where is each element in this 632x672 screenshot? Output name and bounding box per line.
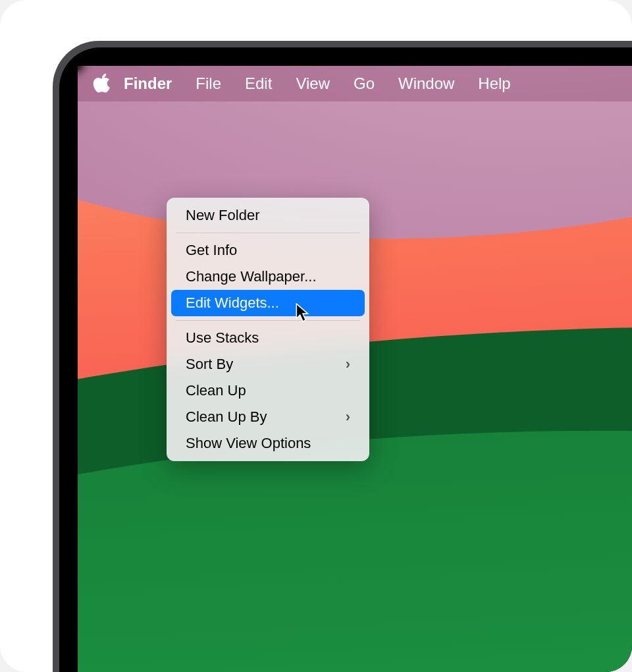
ctx-item-show-view-options[interactable]: Show View Options	[171, 430, 365, 457]
device-frame: Finder File Edit View Go Window Help New…	[53, 41, 632, 672]
ctx-separator	[176, 233, 360, 233]
menubar-app-name[interactable]: Finder	[124, 66, 184, 101]
desktop-context-menu: New Folder Get Info Change Wallpaper... …	[167, 198, 369, 461]
menubar-item-file[interactable]: File	[184, 66, 233, 101]
ctx-item-label: Clean Up By	[186, 408, 267, 426]
ctx-item-label: Edit Widgets...	[186, 294, 279, 312]
ctx-item-label: Sort By	[186, 356, 233, 373]
ctx-item-label: Clean Up	[186, 382, 246, 399]
chevron-right-icon: ›	[346, 408, 350, 426]
ctx-item-label: Change Wallpaper...	[186, 268, 317, 285]
menubar-item-edit[interactable]: Edit	[233, 66, 284, 101]
ctx-separator	[176, 320, 360, 321]
screen-content: Finder File Edit View Go Window Help New…	[78, 66, 632, 672]
ctx-item-clean-up-by[interactable]: Clean Up By ›	[171, 404, 365, 430]
ctx-item-new-folder[interactable]: New Folder	[171, 202, 365, 229]
ctx-item-label: Use Stacks	[186, 329, 259, 347]
desktop-screen[interactable]: Finder File Edit View Go Window Help New…	[78, 66, 632, 672]
chevron-right-icon: ›	[346, 356, 350, 373]
device-bezel: Finder File Edit View Go Window Help New…	[59, 47, 632, 672]
apple-menu-icon[interactable]	[92, 73, 112, 93]
menubar-item-window[interactable]: Window	[386, 66, 466, 101]
ctx-item-use-stacks[interactable]: Use Stacks	[171, 325, 365, 351]
menubar: Finder File Edit View Go Window Help	[78, 66, 632, 101]
ctx-item-clean-up[interactable]: Clean Up	[171, 378, 365, 404]
ctx-item-change-wallpaper[interactable]: Change Wallpaper...	[171, 264, 365, 290]
menubar-item-go[interactable]: Go	[342, 66, 386, 101]
menubar-item-view[interactable]: View	[284, 66, 342, 101]
ctx-item-edit-widgets[interactable]: Edit Widgets...	[171, 290, 365, 316]
ctx-item-label: New Folder	[186, 207, 259, 224]
ctx-item-get-info[interactable]: Get Info	[171, 237, 365, 264]
ctx-item-label: Show View Options	[186, 435, 311, 452]
illustration-card: Finder File Edit View Go Window Help New…	[0, 0, 632, 672]
ctx-item-label: Get Info	[186, 242, 237, 259]
menubar-item-help[interactable]: Help	[466, 66, 522, 101]
ctx-item-sort-by[interactable]: Sort By ›	[171, 351, 365, 378]
